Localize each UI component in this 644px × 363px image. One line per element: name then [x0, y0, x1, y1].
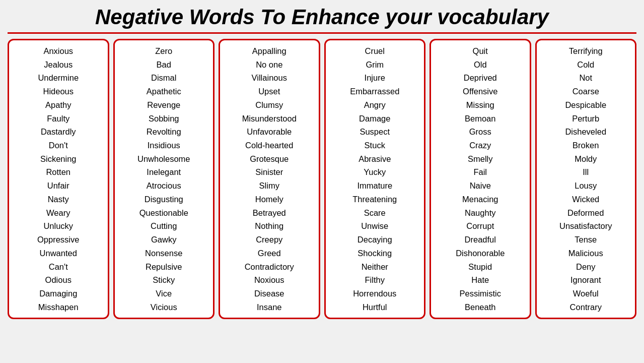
- list-item: Cold: [577, 58, 594, 72]
- list-item: Cruel: [365, 44, 385, 58]
- list-item: Apathy: [45, 98, 71, 112]
- list-item: Nasty: [48, 193, 69, 206]
- list-item: Perturb: [572, 112, 599, 126]
- list-item: Deny: [576, 260, 596, 274]
- list-item: Faulty: [47, 112, 69, 126]
- list-item: Vicious: [151, 300, 177, 314]
- list-item: Grim: [366, 58, 384, 72]
- list-item: Jealous: [44, 58, 73, 72]
- list-item: Insane: [257, 300, 282, 314]
- list-item: Unwholesome: [137, 152, 190, 166]
- list-item: Bad: [157, 58, 171, 72]
- list-item: Stupid: [468, 260, 492, 274]
- list-item: Disheveled: [565, 125, 606, 139]
- list-item: Dastardly: [41, 125, 76, 139]
- list-item: Pessimistic: [459, 287, 501, 300]
- list-item: Immature: [357, 179, 392, 193]
- list-item: Filthy: [365, 273, 385, 287]
- list-item: Unlucky: [43, 219, 73, 233]
- list-item: Creepy: [256, 233, 282, 247]
- list-item: Sobbing: [149, 112, 179, 126]
- list-item: Rotten: [46, 165, 70, 179]
- list-item: Unwanted: [40, 247, 77, 260]
- list-item: Weary: [46, 206, 70, 220]
- word-column-1: AnxiousJealousUndermineHideousApathyFaul…: [8, 39, 109, 319]
- list-item: Fail: [473, 165, 487, 179]
- list-item: Malicious: [568, 247, 603, 260]
- list-item: Horrendous: [353, 287, 396, 300]
- list-item: Deformed: [567, 206, 604, 220]
- list-item: Unwise: [361, 219, 388, 233]
- list-item: Revenge: [147, 98, 180, 112]
- list-item: Hate: [471, 273, 489, 287]
- list-item: Misshapen: [38, 300, 79, 314]
- list-item: Scare: [364, 206, 386, 220]
- list-item: Threatening: [352, 193, 397, 206]
- word-column-5: QuitOldDeprivedOffensiveMissingBemoanGro…: [430, 39, 531, 319]
- list-item: Clumsy: [255, 98, 283, 112]
- list-item: Crazy: [469, 139, 491, 152]
- list-item: Inelegant: [147, 165, 181, 179]
- list-item: Yucky: [364, 165, 386, 179]
- list-item: Upset: [258, 85, 280, 98]
- page-title: Negative Words To Enhance your vocabular…: [8, 5, 636, 34]
- list-item: Neither: [362, 260, 388, 274]
- list-item: Naive: [470, 179, 491, 193]
- list-item: Apathetic: [147, 85, 181, 98]
- list-item: Dismal: [151, 71, 176, 85]
- list-item: Disease: [254, 287, 284, 300]
- page: Negative Words To Enhance your vocabular…: [0, 0, 644, 324]
- list-item: Sickening: [40, 152, 77, 166]
- list-item: Don't: [49, 139, 68, 152]
- list-item: Disgusting: [145, 193, 183, 206]
- list-item: Despicable: [565, 98, 606, 112]
- list-item: Anxious: [43, 44, 73, 58]
- list-item: Menacing: [462, 193, 498, 206]
- list-item: Decaying: [357, 233, 392, 247]
- word-column-3: AppallingNo oneVillainousUpsetClumsyMisu…: [219, 39, 320, 319]
- list-item: Suspect: [360, 125, 390, 139]
- list-item: Cutting: [151, 219, 177, 233]
- word-column-2: ZeroBadDismalApatheticRevengeSobbingRevo…: [113, 39, 215, 319]
- list-item: No one: [256, 58, 282, 72]
- list-item: Gawky: [151, 233, 176, 247]
- list-item: Revolting: [147, 125, 181, 139]
- list-item: Zero: [155, 44, 172, 58]
- list-item: Beneath: [465, 300, 495, 314]
- list-item: Damage: [359, 112, 390, 126]
- list-item: Questionable: [139, 206, 188, 220]
- list-item: Ill: [583, 165, 589, 179]
- list-item: Not: [579, 71, 592, 85]
- list-item: Vice: [156, 287, 172, 300]
- list-item: Broken: [573, 139, 599, 152]
- list-item: Villainous: [252, 71, 287, 85]
- list-item: Can't: [49, 260, 68, 274]
- list-item: Offensive: [463, 85, 497, 98]
- list-item: Insidious: [148, 139, 180, 152]
- list-item: Unsatisfactory: [559, 219, 612, 233]
- list-item: Shocking: [357, 247, 392, 260]
- list-item: Sticky: [153, 273, 175, 287]
- list-item: Cold-hearted: [245, 139, 293, 152]
- list-item: Coarse: [573, 85, 599, 98]
- list-item: Nothing: [255, 219, 283, 233]
- columns-container: AnxiousJealousUndermineHideousApathyFaul…: [8, 39, 636, 319]
- word-column-6: TerrifyingColdNotCoarseDespicablePerturb…: [535, 39, 637, 319]
- list-item: Lousy: [575, 179, 597, 193]
- list-item: Naughty: [465, 206, 495, 220]
- list-item: Undermine: [38, 71, 79, 85]
- list-item: Embarrassed: [350, 85, 399, 98]
- list-item: Injure: [365, 71, 385, 85]
- list-item: Hideous: [43, 85, 74, 98]
- list-item: Terrifying: [569, 44, 603, 58]
- list-item: Nonsense: [145, 247, 182, 260]
- list-item: Oppressive: [37, 233, 79, 247]
- list-item: Sinister: [255, 165, 283, 179]
- list-item: Unfair: [47, 179, 69, 193]
- list-item: Dishonorable: [456, 247, 505, 260]
- list-item: Slimy: [259, 179, 279, 193]
- list-item: Corrupt: [466, 219, 494, 233]
- list-item: Grotesque: [250, 152, 289, 166]
- list-item: Contrary: [570, 300, 602, 314]
- list-item: Stuck: [365, 139, 385, 152]
